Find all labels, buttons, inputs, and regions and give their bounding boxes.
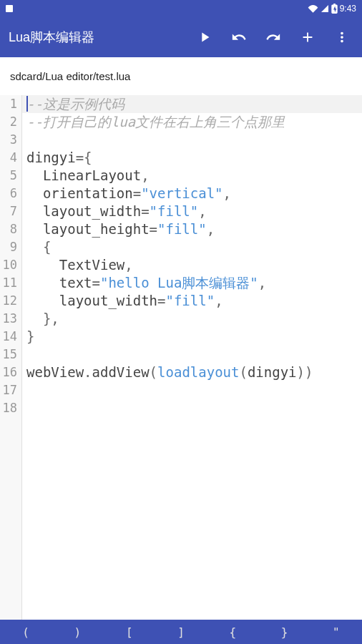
file-path[interactable]: sdcard/Lua editor/test.lua xyxy=(0,57,362,95)
more-button[interactable] xyxy=(333,29,351,46)
code-line[interactable]: webView.addView(loadlayout(dingyi)) xyxy=(22,364,362,381)
text-cursor xyxy=(26,96,28,112)
add-button[interactable] xyxy=(299,29,316,46)
code-line[interactable]: } xyxy=(22,328,362,346)
signal-icon xyxy=(321,4,329,13)
notification-icon xyxy=(6,5,13,12)
symbol-key[interactable]: ) xyxy=(52,625,103,639)
code-line[interactable] xyxy=(22,399,362,417)
redo-button[interactable] xyxy=(265,29,282,46)
code-line[interactable]: --这是示例代码 xyxy=(22,95,362,113)
app-title: Lua脚本编辑器 xyxy=(9,29,196,46)
symbol-key[interactable]: " xyxy=(310,625,362,639)
run-button[interactable] xyxy=(196,29,213,46)
wifi-icon xyxy=(308,4,318,13)
symbol-key[interactable]: ( xyxy=(0,625,52,639)
code-line[interactable]: text="hello Lua脚本编辑器", xyxy=(22,274,362,292)
symbol-key[interactable]: [ xyxy=(104,625,155,639)
code-line[interactable]: LinearLayout, xyxy=(22,167,362,185)
code-line[interactable] xyxy=(22,131,362,149)
code-editor[interactable]: 123456789101112131415161718 --这是示例代码--打开… xyxy=(0,95,362,620)
symbol-key[interactable]: { xyxy=(207,625,258,639)
undo-button[interactable] xyxy=(230,29,248,46)
code-line[interactable]: layout_height="fill", xyxy=(22,220,362,238)
symbol-toolbar: ()[]{}" xyxy=(0,620,362,644)
code-line[interactable] xyxy=(22,346,362,364)
code-line[interactable]: layout_width="fill", xyxy=(22,292,362,310)
code-line[interactable]: layout_width="fill", xyxy=(22,203,362,220)
status-time: 9:43 xyxy=(340,4,356,14)
symbol-key[interactable]: } xyxy=(258,625,310,639)
code-area[interactable]: --这是示例代码--打开自己的lua文件在右上角三个点那里dingyi={ Li… xyxy=(22,95,362,620)
code-line[interactable]: { xyxy=(22,238,362,256)
code-line[interactable] xyxy=(22,381,362,399)
battery-charging-icon xyxy=(331,4,338,14)
status-bar: 9:43 xyxy=(0,0,362,17)
app-bar: Lua脚本编辑器 xyxy=(0,17,362,57)
code-line[interactable]: --打开自己的lua文件在右上角三个点那里 xyxy=(22,113,362,131)
code-line[interactable]: dingyi={ xyxy=(22,149,362,167)
code-line[interactable]: TextView, xyxy=(22,256,362,274)
line-gutter: 123456789101112131415161718 xyxy=(0,95,22,620)
code-line[interactable]: orientation="vertical", xyxy=(22,185,362,203)
code-line[interactable]: }, xyxy=(22,310,362,328)
symbol-key[interactable]: ] xyxy=(155,625,207,639)
